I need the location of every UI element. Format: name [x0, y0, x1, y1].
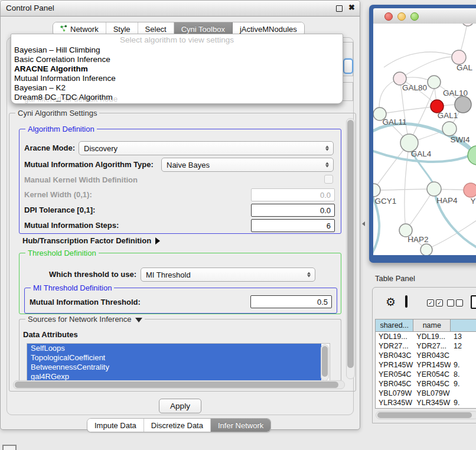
column-layout-icon[interactable]	[405, 295, 407, 308]
sources-title: Sources for Network Inference	[28, 315, 132, 324]
network-node-hap4[interactable]	[427, 182, 441, 196]
close-traffic-light-icon[interactable]	[384, 12, 393, 21]
select-all-columns-icon[interactable]: ✓✓	[427, 299, 443, 306]
table-row[interactable]: YBL079WYBL079W	[376, 389, 476, 398]
manual-kernel-checkbox[interactable]	[324, 175, 333, 184]
algorithm-option-bayesian-k2[interactable]: Bayesian – K2	[11, 83, 343, 93]
table-row[interactable]: YDL19...YDL19...13	[376, 332, 476, 341]
threshold-definition-group: Threshold Definition Which threshold to …	[19, 253, 341, 314]
table-cell: YDR27...	[413, 341, 451, 351]
partial-corner-icon	[2, 445, 17, 450]
data-attribute-betweennesscentrality[interactable]: BetweennessCentrality	[27, 363, 321, 372]
column-header-name[interactable]: name	[413, 319, 451, 331]
node-label-hap4: HAP4	[436, 196, 458, 205]
algorithm-option-basic-correlation-inference[interactable]: Basic Correlation Inference	[11, 55, 343, 64]
which-threshold-select[interactable]: MI Threshold	[141, 268, 315, 282]
focused-combo-stepper[interactable]	[343, 58, 353, 74]
tab-infer-network[interactable]: Infer Network	[211, 419, 270, 432]
node-combo-ghost-text: gal-filtered sif default node	[24, 94, 118, 103]
network-node[interactable]	[462, 24, 474, 26]
attributes-scrollbar[interactable]	[321, 344, 329, 381]
float-window-icon[interactable]	[336, 5, 343, 12]
network-node-gal[interactable]	[452, 50, 466, 64]
table-row[interactable]: YDR27...YDR27...12	[376, 341, 476, 351]
network-node-y[interactable]	[464, 183, 476, 197]
sources-group: Sources for Network Inference Data Attri…	[19, 319, 341, 389]
table-cell: YBL079W	[413, 389, 451, 398]
collapse-arrow-icon[interactable]	[135, 318, 142, 322]
minimize-traffic-light-icon[interactable]	[397, 12, 406, 21]
tab-impute-data[interactable]: Impute Data	[87, 419, 144, 432]
aracne-mode-value: Discovery	[84, 144, 118, 153]
table-row[interactable]: YBR045CYBR045C9.	[376, 379, 476, 389]
panel-splitter-handle[interactable]	[362, 221, 365, 226]
aracne-mode-label: Aracne Mode:	[24, 144, 75, 152]
mi-steps-field[interactable]: 6	[251, 219, 335, 232]
network-node-gal10[interactable]	[428, 76, 441, 89]
aracne-mode-select[interactable]: Discovery	[79, 141, 334, 155]
mi-threshold-field[interactable]: 0.5	[250, 295, 332, 308]
zoom-traffic-light-icon[interactable]	[410, 12, 419, 21]
mi-threshold-group: MI Threshold Definition Mutual Informati…	[24, 288, 337, 314]
apply-button[interactable]: Apply	[159, 399, 201, 413]
new-table-icon[interactable]	[471, 295, 476, 309]
data-attribute-topologicalcoefficient[interactable]: TopologicalCoefficient	[27, 353, 321, 363]
network-node[interactable]	[420, 244, 432, 255]
table-cell: YLR345W	[376, 398, 413, 407]
algorithm-option-mutual-information-inference[interactable]: Mutual Information Inference	[11, 74, 343, 83]
table-cell: YIL052C	[413, 407, 451, 409]
application-root: Control Panel ✖ NetworkStyleSelectCyni T…	[0, 0, 476, 450]
mi-threshold-label: Mutual Information Threshold:	[30, 298, 141, 306]
table-cell: YER054C	[376, 370, 413, 379]
network-node-swi4[interactable]	[442, 122, 457, 136]
table-row[interactable]: YIL052CYIL052C9.	[376, 407, 476, 409]
column-header-3[interactable]	[451, 319, 476, 331]
mi-steps-label: Mutual Information Steps:	[24, 221, 119, 230]
table-panel-window: ⚙ ✓✓ shared...name YDL19...YDL19...13YDR…	[372, 287, 476, 423]
algorithm-options-list: Bayesian – Hill ClimbingBasic Correlatio…	[11, 45, 343, 102]
node-label-gal4: GAL4	[411, 149, 432, 158]
stepper-arrows-icon	[325, 162, 329, 168]
gear-icon[interactable]: ⚙	[386, 296, 396, 308]
tab-discretize-data[interactable]: Discretize Data	[144, 419, 211, 432]
table-row[interactable]: YPR145WYPR145W9.	[376, 360, 476, 370]
data-attribute-selfloops[interactable]: SelfLoops	[27, 344, 321, 353]
table-row[interactable]: YER054CYER054C8.	[376, 370, 476, 379]
node-label-gal11: GAL11	[382, 118, 406, 126]
deselect-all-columns-icon[interactable]	[447, 299, 463, 306]
expand-arrow-icon[interactable]	[155, 237, 160, 244]
node-table: shared...name YDL19...YDL19...13YDR27...…	[375, 319, 476, 409]
close-icon[interactable]: ✖	[348, 3, 355, 12]
algorithm-option-bayesian-hill-climbing[interactable]: Bayesian – Hill Climbing	[11, 45, 343, 55]
settings-vertical-scrollbar[interactable]	[346, 118, 355, 379]
table-horizontal-scrollbar[interactable]	[376, 411, 476, 419]
table-row[interactable]: YBR043CYBR043C	[376, 351, 476, 360]
hub-definition-section[interactable]: Hub/Transcription Factor Definition	[22, 235, 160, 246]
network-node-gcy1[interactable]	[373, 184, 380, 197]
table-cell: YBL079W	[376, 389, 413, 398]
network-window-titlebar[interactable]	[373, 8, 476, 24]
mi-type-select[interactable]: Naive Bayes	[161, 158, 334, 172]
settings-horizontal-scrollbar[interactable]	[13, 380, 345, 389]
table-cell: YDR27...	[376, 341, 413, 351]
table-cell: 8.	[451, 370, 476, 379]
network-node[interactable]	[455, 96, 471, 113]
table-row[interactable]: YLR345WYLR345W9.	[376, 398, 476, 407]
table-cell: YDL19...	[413, 332, 451, 341]
sources-title-row[interactable]: Sources for Network Inference	[25, 315, 145, 324]
table-body: YDL19...YDL19...13YDR27...YDR27...12YBR0…	[376, 332, 476, 409]
kernel-width-field[interactable]: 0.0	[251, 188, 335, 201]
node-label-gal: GAL	[457, 63, 473, 72]
tab-jactivemnodules-label: jActiveMNodules	[240, 25, 297, 34]
network-canvas[interactable]: GALGAL80GAL10GAL1GAL11SWI4GAL4GCY1HAP4YH…	[373, 24, 476, 255]
column-header-shared[interactable]: shared...	[376, 319, 413, 331]
which-threshold-value: MI Threshold	[146, 270, 191, 279]
algorithm-option-aracne-algorithm[interactable]: ARACNE Algorithm	[11, 64, 343, 74]
dpi-tolerance-field[interactable]: 0.0	[251, 204, 335, 217]
algorithm-dropdown-popup: Select algorithm to view settings Bayesi…	[11, 34, 343, 104]
cyni-algorithm-settings-title: Cyni Algorithm Settings	[15, 109, 99, 118]
table-cell: YDL19...	[376, 332, 413, 341]
table-cell: YBR043C	[376, 351, 413, 360]
table-cell: YPR145W	[376, 360, 413, 370]
control-panel-titlebar[interactable]: Control Panel ✖	[1, 1, 360, 17]
